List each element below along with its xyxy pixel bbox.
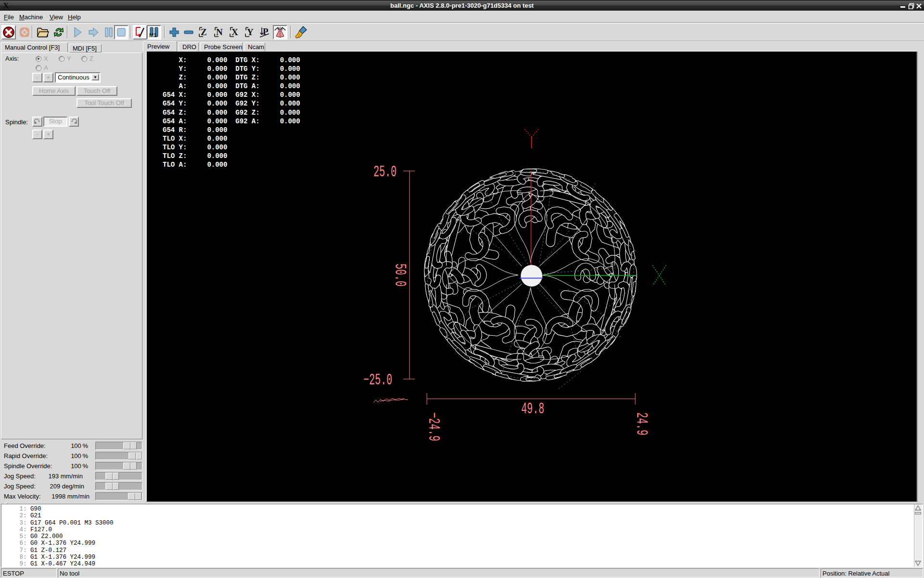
svg-text:50.0: 50.0: [391, 263, 408, 287]
svg-text:−25.0: −25.0: [363, 372, 392, 389]
svg-text:X: X: [231, 27, 238, 37]
svg-text:−24.9: −24.9: [424, 412, 442, 441]
svg-text:N: N: [216, 27, 223, 37]
svg-text:Z: Z: [201, 27, 207, 37]
svg-text:25.0: 25.0: [373, 164, 397, 181]
svg-text:M1: M1: [149, 32, 156, 38]
svg-text:24.9: 24.9: [632, 412, 650, 435]
svg-text:Y: Y: [247, 27, 254, 37]
svg-text:49.8: 49.8: [521, 401, 544, 418]
